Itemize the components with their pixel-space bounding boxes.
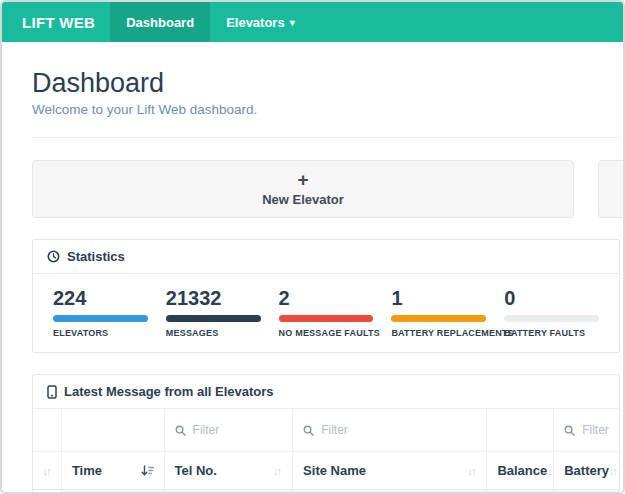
stat-value: 1 xyxy=(391,286,486,310)
page-title: Dashboard xyxy=(32,68,623,99)
stat-bar xyxy=(166,315,261,322)
sort-icon[interactable]: ↓↑ xyxy=(467,465,476,477)
row-telno-cell xyxy=(164,490,293,494)
column-header-time[interactable]: Time xyxy=(61,452,164,489)
stat-elevators: 224 ELEVATORS xyxy=(53,286,148,338)
mobile-icon xyxy=(47,385,57,399)
nav-dropdown-elevators[interactable]: Elevators ▾ xyxy=(210,2,311,42)
brand-logo[interactable]: LIFT WEB xyxy=(2,2,110,42)
latest-messages-panel-title: Latest Message from all Elevators xyxy=(64,384,274,399)
clock-icon xyxy=(47,250,60,263)
new-elevator-button-label: New Elevator xyxy=(262,192,344,207)
column-label: Balance xyxy=(497,463,547,478)
column-header-battery[interactable]: Battery ↓↑ xyxy=(553,452,619,489)
action-buttons-row: + New Elevator xyxy=(32,160,625,218)
column-header-sitename[interactable]: Site Name ↓↑ xyxy=(292,452,486,489)
stat-no-message-faults: 2 NO MESSAGE FAULTS xyxy=(279,286,374,338)
stat-battery-replacements: 1 BATTERY REPLACEMENTS xyxy=(391,286,486,338)
sort-icon[interactable]: ↓↑ xyxy=(609,465,618,477)
new-elevator-button[interactable]: + New Elevator xyxy=(32,160,574,218)
stat-battery-faults: 0 BATTERY FAULTS xyxy=(504,286,599,338)
table-filter-row xyxy=(33,409,619,451)
filter-cell-time xyxy=(61,409,164,451)
stat-label: ELEVATORS xyxy=(53,328,148,338)
stat-label: BATTERY FAULTS xyxy=(504,328,599,338)
page-content: Dashboard Welcome to your Lift Web dashb… xyxy=(2,42,623,494)
search-icon xyxy=(303,425,314,436)
search-icon xyxy=(175,425,186,436)
stat-label: MESSAGES xyxy=(166,328,261,338)
latest-messages-panel: Latest Message from all Elevators xyxy=(32,374,620,494)
sitename-filter-input[interactable] xyxy=(321,423,476,437)
row-balance-cell xyxy=(486,490,553,494)
stat-value: 224 xyxy=(53,286,148,310)
search-icon xyxy=(564,425,575,436)
stat-value: 21332 xyxy=(166,286,261,310)
column-label: Battery xyxy=(564,463,609,478)
page-subtitle: Welcome to your Lift Web dashboard. xyxy=(32,102,623,117)
sort-desc-active-icon[interactable] xyxy=(141,465,154,477)
sort-icon[interactable]: ↓↑ xyxy=(42,465,51,477)
sort-icon[interactable]: ↓↑ xyxy=(273,465,282,477)
nav-tab-dashboard-label: Dashboard xyxy=(126,15,194,30)
row-sitename-cell xyxy=(292,490,486,494)
statistics-panel: Statistics 224 ELEVATORS 21332 MESSAGES … xyxy=(32,239,620,353)
column-header-detail[interactable]: ↓↑ xyxy=(33,452,61,489)
chevron-down-icon: ▾ xyxy=(290,17,295,28)
table-header-row: ↓↑ Time Tel No. ↓↑ Site Name ↓↑ Balance … xyxy=(33,451,619,489)
column-label: Site Name xyxy=(303,463,467,478)
filter-cell-telno xyxy=(164,409,293,451)
stat-label: NO MESSAGE FAULTS xyxy=(279,328,374,338)
row-time-cell xyxy=(61,490,164,494)
stat-label: BATTERY REPLACEMENTS xyxy=(391,328,486,338)
battery-filter-input[interactable] xyxy=(582,423,609,437)
app-window: LIFT WEB Dashboard Elevators ▾ Dashboard… xyxy=(0,0,625,494)
filter-cell-blank xyxy=(33,409,61,451)
table-row[interactable] xyxy=(33,489,619,494)
statistics-panel-heading: Statistics xyxy=(33,240,619,274)
stat-bar xyxy=(504,315,599,322)
stat-messages: 21332 MESSAGES xyxy=(166,286,261,338)
column-header-telno[interactable]: Tel No. ↓↑ xyxy=(164,452,293,489)
navbar: LIFT WEB Dashboard Elevators ▾ xyxy=(2,2,623,42)
stat-value: 0 xyxy=(504,286,599,310)
stat-bar xyxy=(53,315,148,322)
divider xyxy=(32,137,620,138)
filter-cell-battery xyxy=(553,409,619,451)
statistics-body: 224 ELEVATORS 21332 MESSAGES 2 NO MESSAG… xyxy=(33,274,619,352)
row-battery-cell xyxy=(553,490,619,494)
stat-bar xyxy=(391,315,486,322)
plus-icon: + xyxy=(297,171,308,189)
statistics-panel-title: Statistics xyxy=(67,249,125,264)
column-label: Time xyxy=(72,463,141,478)
row-detail-cell xyxy=(33,490,61,494)
filter-cell-balance xyxy=(486,409,553,451)
column-label: Tel No. xyxy=(175,463,274,478)
nav-tab-dashboard[interactable]: Dashboard xyxy=(110,2,210,42)
nav-dropdown-elevators-label: Elevators xyxy=(226,15,285,30)
stat-bar xyxy=(279,315,374,322)
column-header-balance[interactable]: Balance ↓↑ xyxy=(486,452,553,489)
filter-cell-sitename xyxy=(292,409,486,451)
telno-filter-input[interactable] xyxy=(193,423,283,437)
next-action-button-partial[interactable] xyxy=(598,160,625,218)
latest-messages-panel-heading: Latest Message from all Elevators xyxy=(33,375,619,409)
stat-value: 2 xyxy=(279,286,374,310)
